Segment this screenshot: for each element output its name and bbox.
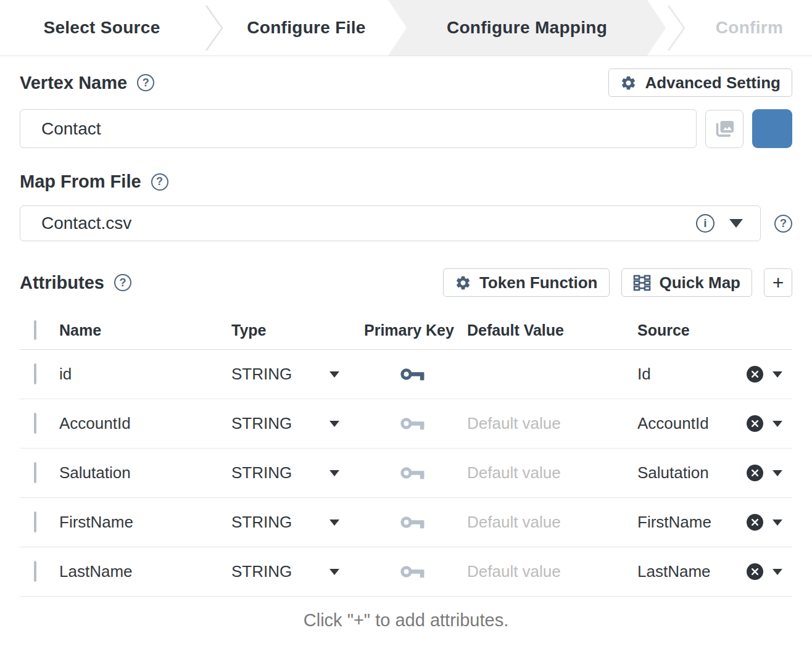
source-dropdown-icon[interactable]	[773, 569, 782, 575]
vertex-icon-picker-button[interactable]	[705, 110, 744, 148]
step-label: Configure Mapping	[447, 18, 607, 38]
default-value-input[interactable]: Default value	[467, 562, 637, 581]
quick-map-button[interactable]: Quick Map	[621, 268, 752, 297]
table-row: Salutation STRING Default value Salutati…	[20, 449, 792, 498]
type-value: STRING	[231, 562, 292, 581]
attribute-name: AccountId	[59, 414, 231, 433]
step-confirm: Confirm	[687, 0, 812, 56]
gear-icon	[455, 275, 471, 291]
step-select-source[interactable]: Select Source	[0, 0, 204, 56]
type-dropdown[interactable]: STRING	[231, 463, 364, 482]
source-value: Salutation	[637, 463, 747, 482]
table-row: LastName STRING Default value LastName	[20, 547, 792, 597]
row-checkbox[interactable]	[34, 462, 36, 483]
source-dropdown-icon[interactable]	[773, 519, 782, 526]
row-checkbox[interactable]	[34, 511, 36, 532]
vertex-name-input[interactable]: Contact	[20, 109, 697, 148]
quick-map-label: Quick Map	[660, 273, 740, 292]
add-attribute-button[interactable]: +	[764, 268, 792, 297]
image-icon	[714, 118, 735, 139]
step-configure-mapping[interactable]: Configure Mapping	[388, 0, 666, 56]
quick-map-icon	[633, 275, 652, 291]
chevron-down-icon	[329, 470, 339, 476]
remove-source-icon[interactable]	[747, 514, 763, 531]
add-attributes-hint: Click "+" to add attributes.	[20, 610, 792, 631]
chevron-down-icon	[329, 519, 339, 526]
source-value: LastName	[637, 562, 747, 581]
step-separator-chevron-icon	[204, 0, 225, 56]
attribute-name: FirstName	[59, 513, 231, 532]
step-configure-file[interactable]: Configure File	[225, 0, 388, 56]
row-checkbox[interactable]	[34, 561, 36, 582]
source-dropdown-icon[interactable]	[773, 470, 782, 476]
primary-key-toggle[interactable]	[400, 415, 426, 433]
source-dropdown-icon[interactable]	[773, 421, 782, 427]
advanced-setting-button[interactable]: Advanced Setting	[608, 68, 792, 97]
token-function-label: Token Function	[479, 273, 598, 292]
map-from-file-label: Map From File ?	[20, 172, 168, 192]
file-select-dropdown[interactable]: Contact.csv i	[20, 205, 761, 241]
table-header-row: Name Type Primary Key Default Value Sour…	[20, 312, 792, 350]
map-from-file-label-text: Map From File	[20, 172, 141, 192]
primary-key-toggle[interactable]	[400, 365, 426, 383]
type-dropdown[interactable]: STRING	[231, 513, 364, 532]
key-icon	[400, 513, 426, 531]
vertex-name-label: Vertex Name ?	[20, 73, 154, 93]
gear-icon	[620, 75, 637, 91]
help-icon[interactable]: ?	[137, 74, 154, 91]
key-icon	[400, 563, 426, 581]
key-icon	[400, 365, 426, 383]
select-all-checkbox[interactable]	[34, 320, 36, 340]
source-value: FirstName	[637, 513, 747, 532]
info-icon[interactable]: i	[696, 214, 715, 233]
wizard-stepper: Select Source Configure File Configure M…	[0, 0, 812, 56]
vertex-color-swatch-button[interactable]	[752, 109, 792, 148]
source-dropdown-icon[interactable]	[773, 371, 782, 378]
type-dropdown[interactable]: STRING	[231, 414, 364, 433]
type-value: STRING	[231, 365, 292, 384]
type-value: STRING	[231, 513, 292, 532]
attribute-name: id	[59, 365, 231, 384]
row-checkbox[interactable]	[34, 363, 36, 384]
key-icon	[400, 415, 426, 433]
table-row: AccountId STRING Default value AccountId	[20, 399, 792, 449]
source-value: AccountId	[637, 414, 747, 433]
advanced-setting-label: Advanced Setting	[645, 73, 781, 93]
table-row: FirstName STRING Default value FirstName	[20, 498, 792, 547]
step-label: Select Source	[43, 18, 160, 38]
step-separator-chevron-icon	[666, 0, 687, 56]
type-dropdown[interactable]: STRING	[231, 562, 364, 581]
primary-key-toggle[interactable]	[400, 563, 426, 581]
column-header-source: Source	[637, 321, 792, 339]
source-value: Id	[637, 365, 747, 384]
remove-source-icon[interactable]	[747, 465, 763, 481]
default-value-input[interactable]: Default value	[467, 513, 637, 532]
vertex-name-value: Contact	[41, 119, 101, 139]
remove-source-icon[interactable]	[747, 366, 763, 383]
default-value-input[interactable]: Default value	[467, 463, 637, 482]
remove-source-icon[interactable]	[747, 415, 763, 432]
help-icon[interactable]: ?	[774, 215, 792, 233]
column-header-type: Type	[231, 321, 364, 339]
attribute-name: LastName	[59, 562, 231, 581]
token-function-button[interactable]: Token Function	[443, 268, 610, 297]
column-header-default-value: Default Value	[467, 321, 637, 339]
chevron-down-icon	[329, 569, 339, 575]
type-value: STRING	[231, 463, 292, 482]
primary-key-toggle[interactable]	[400, 464, 426, 482]
type-dropdown[interactable]: STRING	[231, 365, 364, 384]
row-checkbox[interactable]	[34, 413, 36, 434]
step-label: Configure File	[247, 18, 365, 38]
plus-icon: +	[773, 271, 784, 294]
default-value-input[interactable]: Default value	[467, 414, 637, 433]
primary-key-toggle[interactable]	[400, 513, 426, 531]
chevron-down-icon	[729, 219, 743, 228]
vertex-name-label-text: Vertex Name	[20, 73, 127, 93]
attributes-label: Attributes ?	[20, 273, 131, 293]
help-icon[interactable]: ?	[151, 173, 168, 191]
remove-source-icon[interactable]	[747, 563, 763, 580]
help-icon[interactable]: ?	[114, 274, 131, 291]
chevron-down-icon	[329, 371, 339, 378]
table-row: id STRING Id	[20, 350, 792, 399]
file-select-value: Contact.csv	[41, 213, 681, 233]
